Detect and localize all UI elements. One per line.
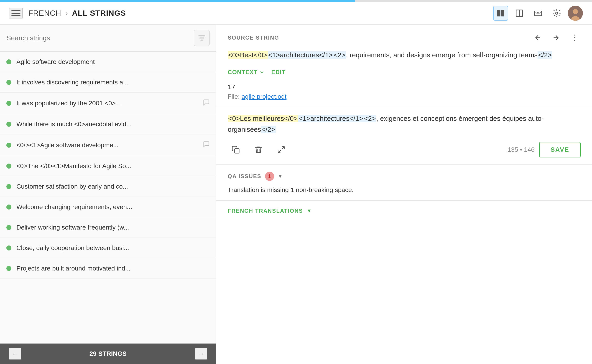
source-string-section: SOURCE STRING ⋮ <0>Best: [216, 25, 592, 106]
string-text: Welcome changing requirements, even...: [16, 203, 210, 211]
expand-icon: [277, 146, 285, 154]
list-item[interactable]: <0/><1>Agile software developme...: [0, 134, 216, 156]
source-string-label: SOURCE STRING: [228, 35, 279, 41]
side-by-side-view-button[interactable]: [493, 6, 508, 21]
sidebar-bottom-nav: ← 29 STRINGS →: [0, 344, 216, 364]
status-dot: [6, 266, 11, 271]
more-options-button[interactable]: ⋮: [568, 31, 581, 44]
string-text: Deliver working software frequently (w..…: [16, 224, 210, 231]
next-source-button[interactable]: [550, 31, 562, 44]
svg-rect-4: [534, 11, 542, 16]
header-left: FRENCH › ALL STRINGS: [9, 8, 126, 19]
qa-issues-section: QA ISSUES 1 ▼ Translation is missing 1 n…: [216, 165, 592, 201]
comment-icon: [203, 99, 210, 107]
string-text: While there is much <0>anecdotal evid...: [16, 121, 210, 128]
save-button[interactable]: SAVE: [539, 142, 581, 157]
next-string-button[interactable]: →: [195, 348, 207, 360]
header: FRENCH › ALL STRINGS: [0, 2, 592, 25]
breadcrumb: FRENCH › ALL STRINGS: [28, 9, 126, 18]
list-item[interactable]: It involves discovering requirements a..…: [0, 72, 216, 93]
sidebar: Agile software development It involves d…: [0, 25, 216, 364]
strings-count-label: 29 STRINGS: [89, 350, 126, 358]
copy-source-button[interactable]: [228, 142, 244, 158]
french-translations-label: FRENCH TRANSLATIONS: [228, 208, 303, 214]
source-string-actions: ⋮: [532, 31, 581, 44]
list-item[interactable]: Deliver working software frequently (w..…: [0, 217, 216, 238]
translation-tag-close: </2>: [261, 126, 276, 133]
string-text: Agile software development: [16, 58, 210, 65]
list-item[interactable]: While there is much <0>anecdotal evid...: [0, 114, 216, 134]
qa-label: QA ISSUES: [228, 173, 261, 180]
string-text: It was popularized by the 2001 <0>...: [16, 100, 198, 107]
translation-text[interactable]: <0>Les meilleures</0><1>architectures</1…: [228, 113, 581, 135]
breadcrumb-separator: ›: [65, 9, 68, 18]
list-item[interactable]: Close, daily cooperation between busi...: [0, 238, 216, 258]
qa-message: Translation is missing 1 non-breaking sp…: [228, 186, 581, 194]
expand-button[interactable]: [273, 142, 289, 158]
svg-rect-1: [501, 10, 504, 16]
arrow-right-icon: [552, 34, 560, 41]
hamburger-line: [11, 10, 20, 11]
progress-bar: [0, 0, 592, 2]
translation-tag-0: <0>Les meilleures</0>: [228, 115, 298, 122]
svg-point-12: [573, 9, 578, 14]
header-right: [493, 6, 583, 21]
context-file-link[interactable]: agile project.odt: [242, 93, 287, 100]
list-item[interactable]: Agile software development: [0, 52, 216, 72]
breadcrumb-current: ALL STRINGS: [72, 9, 126, 18]
settings-button[interactable]: [549, 6, 564, 21]
string-text: Close, daily cooperation between busi...: [16, 244, 210, 252]
status-dot: [6, 225, 11, 230]
list-item[interactable]: It was popularized by the 2001 <0>...: [0, 93, 216, 114]
status-dot: [6, 59, 11, 64]
context-chevron-icon: [259, 70, 264, 75]
edit-button[interactable]: EDIT: [271, 69, 286, 76]
svg-rect-0: [497, 10, 500, 16]
delete-icon: [254, 146, 263, 154]
context-toggle-button[interactable]: CONTEXT: [228, 69, 264, 76]
breadcrumb-parent[interactable]: FRENCH: [28, 9, 61, 18]
menu-button[interactable]: [9, 8, 23, 19]
french-translations-section: FRENCH TRANSLATIONS ▼: [216, 201, 592, 221]
source-string-header: SOURCE STRING ⋮: [228, 31, 581, 44]
context-edit-bar: CONTEXT EDIT: [228, 65, 581, 79]
list-item[interactable]: Projects are built around motivated ind.…: [0, 258, 216, 279]
filter-button[interactable]: [194, 30, 210, 46]
tag-blue-close: </2>: [538, 51, 552, 59]
context-number: 17: [228, 83, 581, 91]
hamburger-line: [11, 15, 20, 16]
list-item[interactable]: Welcome changing requirements, even...: [0, 197, 216, 217]
string-text: <0>The </0><1>Manifesto for Agile So...: [16, 162, 210, 170]
search-input[interactable]: [6, 34, 190, 42]
list-item[interactable]: Customer satisfaction by early and co...: [0, 176, 216, 197]
single-view-button[interactable]: [512, 6, 527, 21]
source-text-body: , requirements, and designs emerge from …: [346, 51, 538, 59]
arrow-left-icon: [534, 34, 541, 41]
source-string-text: <0>Best</0><1>architectures</1><2>, requ…: [228, 50, 581, 60]
keyboard-button[interactable]: [531, 6, 545, 21]
char-separator: •: [520, 146, 524, 153]
tag-blue-2: <2>: [333, 51, 346, 59]
qa-chevron-icon: ▼: [278, 173, 283, 179]
context-content: 17 File: agile project.odt: [228, 79, 581, 106]
side-by-side-view-icon: [496, 9, 505, 18]
prev-string-button[interactable]: ←: [9, 348, 21, 360]
french-header: FRENCH TRANSLATIONS ▼: [228, 208, 581, 214]
svg-rect-17: [235, 149, 239, 153]
strings-list: Agile software development It involves d…: [0, 52, 216, 344]
string-text: <0/><1>Agile software developme...: [16, 142, 198, 149]
translation-tag-1: <1>architectures</1>: [298, 115, 364, 122]
list-item[interactable]: <0>The </0><1>Manifesto for Agile So...: [0, 156, 216, 176]
char-count: 135 • 146: [507, 146, 535, 153]
tag-yellow-0: <0>Best</0>: [228, 51, 268, 59]
prev-source-button[interactable]: [532, 31, 544, 44]
char-current: 135: [507, 146, 518, 153]
string-text: It involves discovering requirements a..…: [16, 79, 210, 86]
content-area: SOURCE STRING ⋮ <0>Best: [216, 25, 592, 364]
avatar[interactable]: [568, 6, 583, 21]
single-view-icon: [515, 9, 524, 18]
context-label: CONTEXT: [228, 69, 258, 76]
delete-translation-button[interactable]: [251, 142, 266, 158]
status-dot: [6, 246, 11, 250]
string-text: Projects are built around motivated ind.…: [16, 265, 210, 272]
